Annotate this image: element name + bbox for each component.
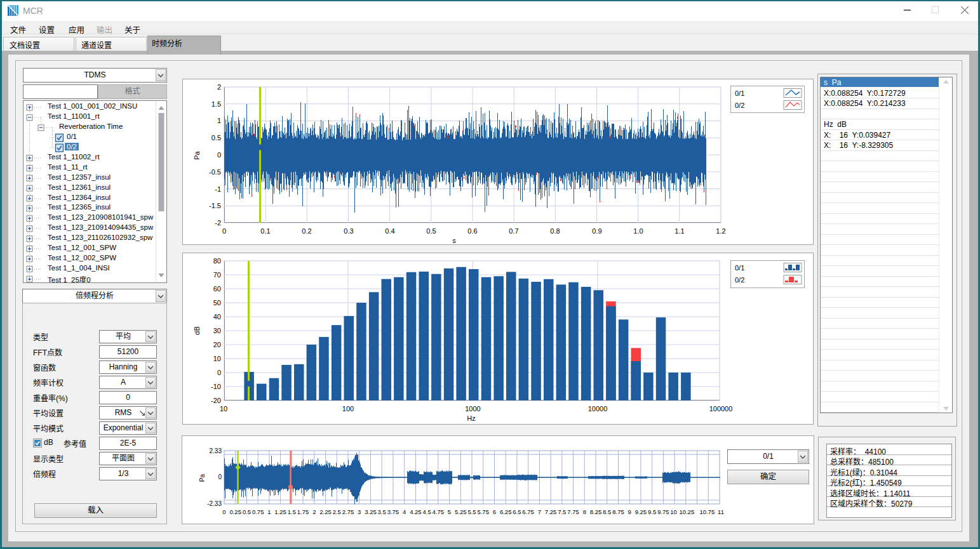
svg-text:1.0: 1.0	[633, 227, 643, 235]
svg-text:5.25: 5.25	[455, 508, 467, 515]
svg-text:7.25: 7.25	[545, 508, 557, 515]
svg-text:3: 3	[358, 508, 361, 515]
svg-text:0.25: 0.25	[229, 508, 241, 515]
svg-text:8.5: 8.5	[603, 508, 611, 515]
svg-text:s: s	[452, 237, 456, 244]
svg-text:8.25: 8.25	[590, 508, 602, 515]
svg-text:9.5: 9.5	[648, 508, 656, 515]
svg-text:1.75: 1.75	[297, 508, 309, 515]
svg-text:1.25: 1.25	[274, 508, 286, 515]
svg-text:80: 80	[213, 257, 221, 265]
svg-text:4.25: 4.25	[410, 508, 422, 515]
svg-text:0: 0	[217, 369, 221, 376]
svg-text:dB: dB	[193, 326, 201, 334]
svg-text:6.5: 6.5	[513, 508, 521, 515]
svg-text:4: 4	[403, 508, 406, 515]
svg-text:3.25: 3.25	[365, 508, 377, 515]
svg-text:6.75: 6.75	[522, 508, 534, 515]
svg-text:0/2: 0/2	[735, 276, 744, 284]
svg-text:6.25: 6.25	[500, 508, 512, 515]
svg-text:2.25: 2.25	[319, 508, 332, 515]
svg-text:0.1: 0.1	[260, 227, 270, 235]
svg-text:100: 100	[342, 405, 354, 413]
svg-text:6: 6	[493, 508, 496, 515]
svg-text:0/1: 0/1	[735, 89, 744, 97]
svg-text:-0.5: -0.5	[209, 168, 221, 176]
svg-text:9: 9	[628, 508, 631, 515]
svg-text:2: 2	[312, 508, 316, 515]
svg-text:0.5: 0.5	[243, 508, 251, 515]
svg-text:11: 11	[718, 508, 724, 515]
svg-text:9.25: 9.25	[635, 508, 647, 515]
svg-text:10.75: 10.75	[699, 508, 715, 515]
svg-text:7: 7	[538, 508, 541, 515]
svg-text:50: 50	[213, 299, 221, 307]
svg-text:0.2: 0.2	[302, 227, 311, 235]
svg-text:-1.5: -1.5	[209, 202, 221, 209]
svg-text:8: 8	[583, 508, 586, 515]
svg-text:5.75: 5.75	[477, 508, 489, 515]
svg-text:0.75: 0.75	[252, 508, 264, 515]
svg-text:4.5: 4.5	[422, 508, 431, 515]
svg-text:3.5: 3.5	[378, 508, 386, 515]
svg-text:1: 1	[217, 117, 221, 124]
svg-text:10: 10	[670, 508, 677, 515]
svg-text:0.5: 0.5	[426, 227, 436, 235]
svg-text:2: 2	[217, 83, 221, 91]
svg-text:40: 40	[213, 313, 221, 321]
svg-text:30: 30	[213, 327, 221, 334]
svg-text:0.3: 0.3	[344, 227, 353, 235]
svg-text:0: 0	[217, 151, 221, 159]
svg-text:1.1: 1.1	[675, 227, 684, 235]
svg-text:7.75: 7.75	[567, 508, 579, 515]
svg-text:1.2: 1.2	[716, 227, 725, 235]
svg-text:3.75: 3.75	[387, 508, 399, 515]
svg-text:4.75: 4.75	[433, 508, 445, 515]
svg-text:5: 5	[448, 508, 451, 515]
svg-text:0: 0	[222, 227, 226, 235]
svg-text:1: 1	[267, 508, 271, 515]
svg-text:-1: -1	[215, 185, 221, 193]
svg-text:5.5: 5.5	[467, 508, 476, 515]
svg-text:0.4: 0.4	[385, 227, 394, 235]
svg-text:-10: -10	[211, 383, 221, 390]
svg-text:0.6: 0.6	[467, 227, 477, 235]
svg-text:70: 70	[213, 271, 221, 279]
svg-text:1000: 1000	[465, 405, 480, 413]
svg-text:-2.33: -2.33	[207, 500, 222, 507]
svg-text:0: 0	[222, 508, 225, 515]
svg-text:Pa: Pa	[199, 473, 206, 482]
svg-text:0.9: 0.9	[592, 227, 601, 235]
svg-text:-2: -2	[215, 219, 221, 227]
svg-text:0.7: 0.7	[509, 227, 518, 235]
svg-text:0/2: 0/2	[735, 102, 744, 109]
svg-text:1.5: 1.5	[211, 100, 221, 108]
svg-text:2.75: 2.75	[342, 508, 354, 515]
svg-text:Hz: Hz	[467, 414, 475, 422]
svg-text:8.75: 8.75	[612, 508, 624, 515]
svg-text:20: 20	[213, 341, 221, 348]
svg-text:10.25: 10.25	[679, 508, 694, 515]
svg-text:1.5: 1.5	[288, 508, 296, 515]
svg-text:10: 10	[213, 355, 221, 362]
svg-text:10: 10	[220, 405, 227, 413]
svg-text:0.5: 0.5	[211, 134, 221, 142]
svg-text:Pa: Pa	[193, 150, 201, 159]
svg-text:10000: 10000	[588, 405, 608, 413]
svg-text:9.75: 9.75	[657, 508, 669, 515]
svg-text:7.5: 7.5	[558, 508, 566, 515]
svg-text:100000: 100000	[709, 405, 733, 413]
svg-text:2.33: 2.33	[210, 447, 222, 454]
svg-text:0/1: 0/1	[735, 264, 744, 272]
svg-text:-20: -20	[211, 397, 221, 404]
svg-text:60: 60	[213, 285, 221, 293]
svg-text:0.8: 0.8	[550, 227, 560, 235]
svg-text:0: 0	[218, 473, 222, 480]
svg-text:2.5: 2.5	[333, 508, 341, 515]
